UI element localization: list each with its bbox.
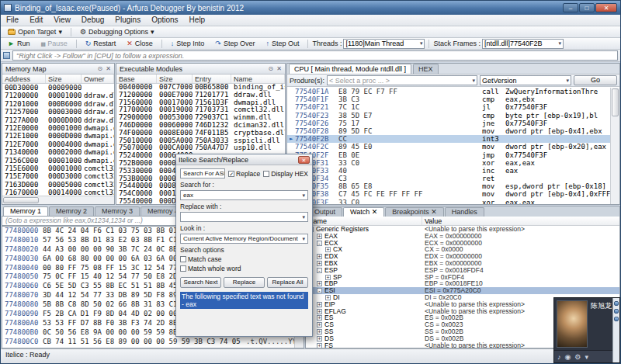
column-header[interactable]: Entry — [193, 75, 231, 83]
column-header[interactable]: Size — [46, 75, 82, 83]
disasm-row[interactable]: 77540F2C 89 45 E0 mov dword ptr [ebp-0x2… — [287, 143, 610, 151]
disasm-row[interactable]: 77540F2B CC int3 — [287, 135, 610, 143]
step-into-button[interactable]: ↓Step Into — [166, 39, 210, 49]
memory-map-row[interactable]: 7163D000 00005000 comctl32.dll — [2, 181, 114, 189]
menu-item[interactable]: Options — [146, 15, 183, 26]
sidebar-icon[interactable] — [614, 301, 619, 306]
minimize-button[interactable]: – — [563, 3, 578, 12]
disasm-row[interactable]: 77540F3F 33 C0 xor eax,eax — [287, 199, 610, 204]
watch-tab[interactable]: Handles — [445, 207, 484, 217]
expander-icon[interactable]: + — [317, 343, 322, 348]
column-header[interactable]: Base — [116, 75, 157, 83]
volume-icon[interactable]: ◉ — [565, 353, 571, 361]
memory-tab[interactable]: Memroy 1 — [3, 206, 48, 216]
scrollbar-thumb[interactable] — [612, 88, 619, 116]
dump-row[interactable]: 774800C0 CB 74 11 51 56 E8 89 00 00 00 5… — [2, 338, 304, 347]
memory-map-row[interactable]: 715E6000 00001000 comctl32.dll — [2, 165, 114, 172]
replace-all-button[interactable]: Replace All — [267, 277, 308, 288]
expander-icon[interactable]: + — [317, 281, 322, 286]
more-icon[interactable]: ▾ — [585, 353, 588, 361]
pause-button[interactable]: ▮▮Pause — [36, 39, 71, 49]
settings-icon[interactable]: ⚙ — [574, 353, 581, 361]
memory-map-row[interactable]: 7156C000 00001000 dwmapi.dll — [2, 157, 114, 165]
chat-sidebar[interactable] — [612, 298, 619, 362]
watch-row[interactable]: -Generic Registers <Unable to parse this… — [306, 226, 619, 233]
replace-button[interactable]: Replace — [224, 277, 265, 288]
watch-row[interactable]: +EDX EDX = 0x00000000 — [306, 253, 619, 260]
memory-map-row[interactable]: 715E7000 000D3000 comctl32.dll — [2, 172, 114, 180]
watch-row[interactable]: +CX CX = 0x0000 — [306, 246, 619, 253]
module-row[interactable]: 71560000 00017000 71561D3F dwmapi.dll — [116, 99, 285, 107]
watch-tab[interactable]: Breakpoints ✕ — [385, 207, 444, 217]
watch-tab[interactable]: Watch ✕ — [343, 207, 384, 217]
stack-frames-select[interactable]: [ntdll.dll]77540F2B▾ — [482, 39, 564, 49]
column-header[interactable]: Owner — [82, 75, 114, 83]
module-row[interactable]: 00400000 007C7000 00B65800 binding_of_is… — [116, 84, 285, 92]
expander-icon[interactable]: + — [317, 309, 322, 314]
cpu-tab[interactable]: CPU [ Main thread, Module ntdll.dll ] — [289, 64, 411, 74]
watch-row[interactable]: +EAX EAX = 0x00000000 — [306, 233, 619, 240]
module-row[interactable]: 746D0000 00060000 746D1232 dciman32.dll — [116, 122, 285, 130]
column-header[interactable]: Address — [2, 75, 46, 83]
maximize-button[interactable]: □ — [579, 3, 595, 12]
threads-select[interactable]: [1180]Main Thread▾ — [343, 39, 425, 49]
display-hex-checkbox[interactable]: Display HEX — [263, 170, 308, 178]
module-row[interactable]: 75070000 000CA000 750A47D7 usp10.dll — [116, 144, 285, 152]
match-whole-word-checkbox[interactable]: Match whole word — [180, 265, 308, 272]
disasm-row[interactable]: 77540F21 7C 1C jl 0x77540F3F — [287, 103, 610, 111]
disasm-row[interactable]: 77540F2F EB 0E jmp 0x77540F3F — [287, 151, 610, 159]
memory-map-row[interactable]: 71257000 00003000 ddraw.dll — [2, 108, 114, 116]
expander-icon[interactable]: + — [317, 322, 322, 328]
close-icon[interactable]: ✕ — [298, 156, 310, 164]
disasm-row[interactable]: 77540F23 38 5D E7 cmp byte ptr [ebp-0x19… — [287, 112, 610, 120]
expander-icon[interactable]: + — [317, 234, 322, 239]
memory-tab[interactable]: Memroy 3 — [95, 206, 140, 216]
replace-checkbox[interactable]: ✓Replace — [228, 170, 260, 178]
disasm-row[interactable]: 77540F28 89 5D FC mov dword ptr [ebp-0x4… — [287, 127, 610, 135]
watch-row[interactable]: -ESI ESI = 0x775A20C0 — [306, 287, 619, 294]
close-icon[interactable]: ✕ — [276, 66, 282, 72]
memory-map-row[interactable]: 71201000 000B6000 ddraw.dll — [2, 100, 114, 108]
search-mode-select[interactable]: Search For ASII▾ — [180, 168, 225, 179]
sidebar-icon[interactable] — [614, 317, 619, 321]
match-case-checkbox[interactable]: Match case — [180, 255, 308, 263]
close-icon[interactable]: ✕ — [106, 66, 111, 72]
column-header[interactable]: Size — [157, 75, 193, 83]
watch-row[interactable]: +EBP EBP = 0x0018FE10 — [306, 280, 619, 287]
procedure-select[interactable]: < Select a proc ... >▾ — [327, 75, 477, 85]
horizontal-scrollbar[interactable] — [2, 196, 114, 204]
watch-row[interactable]: -ESP ESP = 0x0018FDF4 — [306, 267, 619, 274]
watch-row[interactable]: +EBX EBX = 0x00000000 — [306, 260, 619, 267]
menu-item[interactable]: Edit — [24, 15, 48, 26]
expander-icon[interactable]: - — [317, 241, 322, 246]
column-header[interactable]: Name — [306, 217, 422, 225]
disasm-row[interactable]: 77540F26 75 17 jne 0x77540F3F — [287, 120, 610, 127]
expander-icon[interactable]: - — [317, 268, 322, 273]
pin-icon[interactable]: ⊙ — [269, 66, 274, 72]
column-header[interactable]: Name — [231, 75, 285, 83]
disasm-row[interactable]: 77540F35 8B 65 E8 mov esp,dword ptr [ebp… — [287, 182, 610, 190]
expander-icon[interactable]: + — [325, 247, 331, 252]
close-target-button[interactable]: ✕Close — [122, 39, 158, 49]
expander-icon[interactable]: + — [317, 336, 322, 341]
function-select[interactable]: GetVersion▾ — [480, 75, 571, 85]
column-header[interactable]: Value — [422, 217, 619, 225]
expander-icon[interactable]: + — [317, 329, 322, 335]
go-button[interactable]: Go — [574, 75, 617, 85]
close-button[interactable]: ✕ — [595, 3, 617, 12]
step-over-button[interactable]: ↷Step Over — [210, 39, 259, 49]
module-row[interactable]: 74F00000 0008E000 74F011B5 cryptbase.dll — [116, 130, 285, 137]
expander-icon[interactable]: + — [325, 295, 331, 300]
vertical-scrollbar[interactable] — [610, 88, 619, 204]
scrollbar-thumb[interactable] — [3, 197, 39, 203]
disasm-row[interactable]: 77540F1F 3B C3 cmp eax,ebx — [287, 95, 610, 103]
debugging-options-button[interactable]: ⚙ Debugging Options ▾ — [75, 27, 159, 37]
search-for-input[interactable]: eax▾ — [180, 190, 308, 200]
pin-icon[interactable]: ⊙ — [98, 66, 103, 72]
chat-overlay[interactable]: 陈旭龙 ♪ ◉ ⚙ ▾ — [553, 297, 620, 363]
menu-item[interactable]: Help — [184, 15, 211, 26]
expander-icon[interactable]: + — [317, 254, 322, 259]
memory-map-row[interactable]: 00D30000 00009000 — [2, 84, 114, 92]
menu-item[interactable]: File — [1, 15, 24, 26]
menu-item[interactable]: Plugins — [109, 15, 146, 26]
